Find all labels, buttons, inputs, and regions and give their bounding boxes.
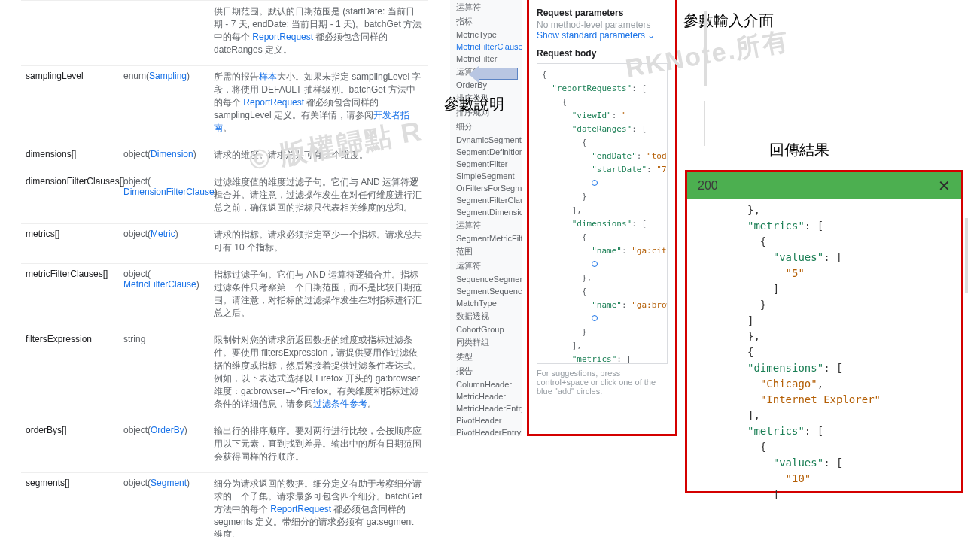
sidebar-item[interactable]: SegmentFilterClause — [450, 194, 522, 206]
sidebar-item[interactable]: 运算符 — [450, 218, 522, 232]
sidebar-item[interactable]: MetricFilterClause — [450, 41, 522, 53]
status-code: 200 — [698, 179, 718, 193]
table-row: segments[]object(Segment)细分为请求返回的数据。细分定义… — [21, 473, 428, 538]
sidebar-item[interactable]: SegmentFilter — [450, 158, 522, 170]
scrollbar[interactable] — [965, 218, 968, 293]
sidebar-item[interactable]: SimpleSegment — [450, 170, 522, 182]
req-body-heading: Request body — [537, 48, 668, 59]
sidebar-item[interactable]: MetricType — [450, 29, 522, 41]
sidebar-item[interactable]: 指标 — [450, 14, 522, 29]
no-method-params: No method-level parameters — [537, 20, 668, 30]
sidebar-item[interactable]: SegmentMetricFilter — [450, 232, 522, 244]
response-body: }, "metrics": [ { "values": [ "5" ] } ] … — [687, 199, 961, 507]
table-row: 供日期范围。默认的日期范围是 (startDate: 当前日期 - 7 天, e… — [21, 1, 428, 66]
scrollbar-top[interactable] — [704, 11, 707, 86]
sidebar-item[interactable]: CohortGroup — [450, 323, 522, 335]
sidebar-item[interactable]: 细分 — [450, 120, 522, 134]
param-table: 供日期范围。默认的日期范围是 (startDate: 当前日期 - 7 天, e… — [21, 0, 428, 537]
sidebar-item[interactable]: MetricFilter — [450, 53, 522, 65]
sidebar-item[interactable]: 报告 — [450, 364, 522, 378]
table-row: metrics[]object(Metric)请求的指标。请求必须指定至少一个指… — [21, 224, 428, 264]
sidebar-item[interactable]: OrFiltersForSegment — [450, 182, 522, 194]
req-params-heading: Request parameters — [537, 8, 668, 18]
table-row: dimensions[]object(Dimension)请求的维度。请求总共可… — [21, 144, 428, 171]
request-body-editor[interactable]: { "reportRequests": [ { "viewId": " ", "… — [537, 63, 668, 364]
table-row: filtersExpressionstring限制针对您的请求所返回数据的维度或… — [21, 329, 428, 420]
table-row: dimensionFilterClauses[]object( Dimensio… — [21, 171, 428, 224]
label-param-desc: 參數說明 — [444, 94, 504, 114]
sidebar-item[interactable]: DynamicSegment — [450, 134, 522, 146]
show-standard-params[interactable]: Show standard parameters ⌄ — [537, 30, 668, 41]
sidebar-item[interactable]: PivotHeaderEntry — [450, 426, 522, 436]
tryit-panel: Request parameters No method-level param… — [527, 0, 677, 436]
table-row: samplingLevelenum(Sampling)所需的报告样本大小。如果未… — [21, 66, 428, 144]
divider — [704, 101, 705, 146]
sidebar-item[interactable]: SegmentDimensionFilter — [450, 206, 522, 218]
sidebar-item[interactable]: ColumnHeader — [450, 378, 522, 390]
sidebar-item[interactable]: 运算符 — [450, 259, 522, 273]
chevron-down-icon: ⌄ — [647, 30, 655, 41]
sidebar-item[interactable]: 类型 — [450, 350, 522, 364]
nav-list: 运算符指标MetricTypeMetricFilterClauseMetricF… — [450, 0, 522, 436]
sidebar-item[interactable]: PivotHeader — [450, 414, 522, 426]
editor-hint: For suggestions, press control+space or … — [529, 364, 675, 403]
label-result: 回傳結果 — [769, 140, 829, 160]
sidebar-item[interactable]: MetricHeader — [450, 390, 522, 402]
table-row: orderBys[]object(OrderBy)输出行的排序顺序。要对两行进行… — [21, 420, 428, 473]
sidebar-item[interactable]: SequenceSegment — [450, 273, 522, 285]
sidebar-item[interactable]: 数据透视 — [450, 309, 522, 323]
sidebar-item[interactable]: 同类群组 — [450, 335, 522, 350]
sidebar-item[interactable]: 运算符 — [450, 0, 522, 14]
response-panel: 200 ✕ }, "metrics": [ { "values": [ "5" … — [685, 170, 963, 493]
table-row: metricFilterClauses[]object( MetricFilte… — [21, 264, 428, 329]
sidebar-item[interactable]: OrderBy — [450, 79, 522, 91]
sidebar-item[interactable]: MatchType — [450, 297, 522, 309]
sidebar-item[interactable]: MetricHeaderEntry — [450, 402, 522, 414]
close-icon[interactable]: ✕ — [938, 177, 951, 195]
arrow-to-nav — [479, 68, 518, 80]
label-param-input: 參數輸入介面 — [683, 11, 774, 31]
sidebar-item[interactable]: SegmentDefinition — [450, 146, 522, 158]
sidebar-item[interactable]: SegmentSequenceStep — [450, 285, 522, 297]
sidebar-item[interactable]: 范围 — [450, 244, 522, 259]
